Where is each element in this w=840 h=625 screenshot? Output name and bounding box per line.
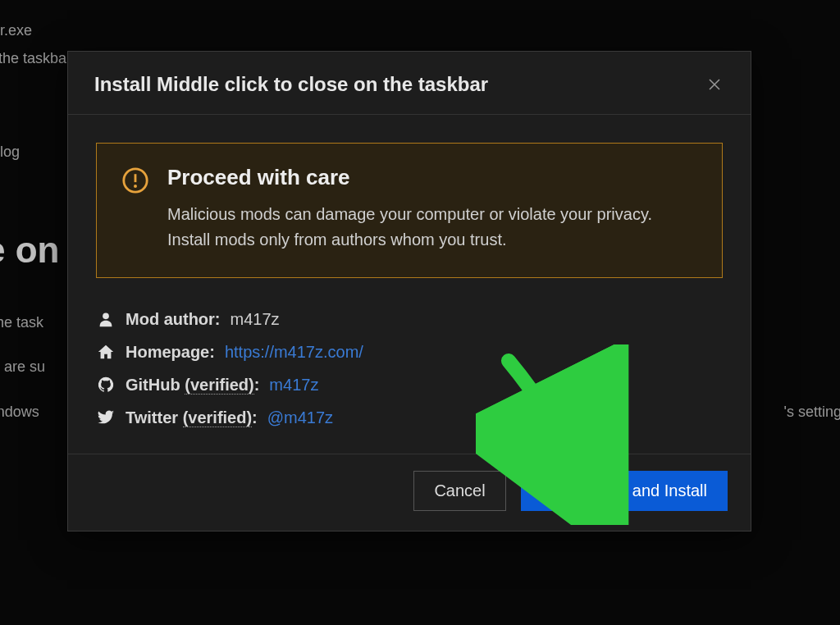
person-icon [96, 309, 116, 329]
twitter-link[interactable]: @m417z [267, 408, 333, 427]
info-row-author: Mod author: m417z [96, 303, 723, 335]
warning-icon [121, 167, 149, 194]
cancel-button[interactable]: Cancel [413, 471, 505, 511]
dialog-title: Install Middle click to close on the tas… [94, 73, 488, 96]
author-value: m417z [231, 310, 280, 329]
svg-point-2 [134, 185, 137, 188]
homepage-label: Homepage: [126, 343, 215, 362]
close-icon [707, 77, 722, 92]
dialog-footer: Cancel Accept Risk and Install [68, 454, 751, 531]
install-dialog: Install Middle click to close on the tas… [67, 51, 751, 531]
info-row-github: GitHub (verified): m417z [96, 368, 723, 401]
github-icon [96, 375, 116, 395]
twitter-label: Twitter [126, 408, 178, 427]
github-link[interactable]: m417z [269, 376, 318, 395]
info-row-homepage: Homepage: https://m417z.com/ [96, 335, 723, 368]
github-label: GitHub [126, 376, 180, 394]
home-icon [96, 342, 116, 362]
warning-title: Proceed with care [167, 165, 697, 190]
accept-button[interactable]: Accept Risk and Install [521, 471, 728, 511]
mod-info: Mod author: m417z Homepage: https://m417… [96, 303, 723, 434]
warning-message: Malicious mods can damage your computer … [167, 202, 697, 253]
homepage-link[interactable]: https://m417z.com/ [225, 343, 363, 362]
github-verified: (verified) [185, 376, 253, 395]
dialog-body: Proceed with care Malicious mods can dam… [68, 115, 751, 454]
warning-text: Proceed with care Malicious mods can dam… [167, 165, 697, 253]
warning-box: Proceed with care Malicious mods can dam… [96, 143, 723, 278]
info-row-twitter: Twitter (verified): @m417z [96, 401, 723, 434]
twitter-verified: (verified) [183, 408, 252, 427]
author-label: Mod author: [126, 310, 221, 329]
twitter-icon [96, 408, 116, 427]
close-button[interactable] [705, 75, 724, 94]
svg-point-3 [103, 312, 109, 319]
dialog-header: Install Middle click to close on the tas… [68, 52, 751, 115]
